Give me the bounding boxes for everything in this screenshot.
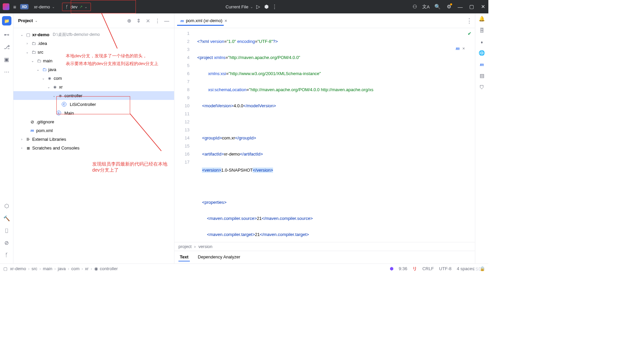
debug-icon[interactable]: ⬢ <box>264 4 269 9</box>
commit-tool-icon[interactable]: ⊷ <box>4 32 9 38</box>
translate-icon[interactable]: 文A <box>423 4 429 9</box>
tree-label: Scratches and Consoles <box>32 145 79 150</box>
editor-footer: project›version Text Dependency Analyzer <box>174 242 475 263</box>
close-icon[interactable]: × <box>462 46 465 51</box>
pull-requests-icon[interactable]: ⎇ <box>4 44 10 50</box>
subtab-text[interactable]: Text <box>178 253 190 261</box>
notifications-icon[interactable]: 🔔 <box>479 16 485 21</box>
tree-item[interactable]: ›🗀.idea <box>13 39 174 48</box>
tree-item[interactable]: ⌄🗀main <box>13 56 174 65</box>
chevron-down-icon: ⌄ <box>52 5 55 9</box>
branch-icon: ᚶ <box>66 4 68 9</box>
tree-item[interactable]: ⌄🗀src <box>13 48 174 56</box>
tree-item[interactable]: ›⊪External Libraries <box>13 135 174 143</box>
options-icon[interactable]: ⋮ <box>155 18 160 23</box>
status-time: 9:36 <box>399 266 407 271</box>
vcs-icon[interactable]: ᚶ <box>5 252 8 258</box>
project-selector[interactable]: xr-demo ⌄ <box>31 3 57 11</box>
build-icon[interactable]: 🔨 <box>3 215 10 222</box>
more-icon[interactable]: ⋮ <box>272 4 277 9</box>
intellij-logo-icon <box>3 3 9 10</box>
tree-item[interactable]: ›≣Scratches and Consoles <box>13 143 174 152</box>
tree-item[interactable]: ⌄◉xr <box>13 82 174 91</box>
minimize-icon[interactable]: — <box>458 4 463 9</box>
search-icon[interactable]: 🔍 <box>435 4 440 9</box>
code-content[interactable]: <?xml version="1.0" encoding="UTF-8"?> <… <box>195 28 475 242</box>
maven-icon: m <box>456 46 460 51</box>
tree-item-controller[interactable]: ⌄◉controller <box>13 91 174 100</box>
main-menu-icon[interactable]: ≡ <box>12 4 17 9</box>
expand-all-icon[interactable]: ⇕ <box>136 18 141 23</box>
chevron-down-icon: ⌄ <box>85 5 87 9</box>
maven-tool-icon[interactable]: m <box>479 62 485 67</box>
tree-label: pom.xml <box>36 128 53 133</box>
tree-root[interactable]: ⌄▢xr-demoD:\桌面\zfb-demo\xr-demo <box>13 30 174 39</box>
code-with-me-icon[interactable]: ⚇ <box>412 4 417 9</box>
tree-item[interactable]: ⊘.gitignore <box>13 117 174 126</box>
status-eol[interactable]: CRLF <box>422 266 434 271</box>
main-area: 📁 ⊷ ⎇ ▣ ⋯ ⬡ 🔨 ⌷ ⊘ ᚶ Project ⌄ ⊕ ⇕ ⤫ ⋮ — … <box>0 13 488 263</box>
database-icon[interactable]: 🗄 <box>479 27 485 33</box>
ai-icon[interactable]: ▤ <box>479 73 485 78</box>
close-tab-icon[interactable]: × <box>224 18 227 23</box>
hide-icon[interactable]: — <box>164 18 169 23</box>
settings-icon[interactable]: ⚙ <box>446 4 451 9</box>
run-icon[interactable]: ▷ <box>256 4 261 9</box>
tree-item[interactable]: ⌄🗀java <box>13 65 174 74</box>
project-tree-panel: Project ⌄ ⊕ ⇕ ⤫ ⋮ — ⌄▢xr-demoD:\桌面\zfb-d… <box>13 13 174 263</box>
tree-label: src <box>38 50 43 55</box>
gradle-icon[interactable]: ⬧ <box>479 39 485 44</box>
select-opened-icon[interactable]: ⊕ <box>126 18 132 23</box>
editor-tabs: m pom.xml (xr-demo) × ⋮ <box>174 13 475 28</box>
right-tool-rail: 🔔 🗄 ⬧ 🌐 m ▤ ⛉ <box>475 13 488 263</box>
more-tool-icon[interactable]: ⋯ <box>4 69 9 75</box>
tree-label: xr-demo <box>32 32 49 37</box>
tab-options-icon[interactable]: ⋮ <box>466 17 472 24</box>
git-branch-selector[interactable]: ᚶ dev ↗ ⌄ <box>62 3 91 11</box>
tree-path: D:\桌面\zfb-demo\xr-demo <box>53 32 100 38</box>
maven-widget[interactable]: m × <box>456 46 465 51</box>
close-icon[interactable]: ✕ <box>480 4 486 9</box>
tree-item[interactable]: ⌄◉com <box>13 74 174 82</box>
tree-item-lisi[interactable]: CLiSiController <box>13 100 174 109</box>
shield-icon[interactable]: ⛉ <box>479 84 485 90</box>
status-icon[interactable]: リ <box>413 266 417 272</box>
copilot-icon[interactable]: ⬢ <box>390 266 393 271</box>
subtab-dependency[interactable]: Dependency Analyzer <box>197 253 241 261</box>
tree-item[interactable]: mpom.xml <box>13 126 174 135</box>
status-encoding[interactable]: UTF-8 <box>439 266 451 271</box>
structure-tool-icon[interactable]: ▣ <box>4 56 9 63</box>
watermark: CSDN <box>472 267 485 272</box>
panel-title: Project <box>18 18 33 23</box>
maximize-icon[interactable]: ▢ <box>469 4 474 9</box>
navigation-breadcrumb[interactable]: xr-demo› src› main› java› com› xr› ◉ con… <box>10 266 118 271</box>
run-config-selector[interactable]: Current File ⌄ <box>226 4 253 9</box>
tree-label: LiSiController <box>70 102 96 107</box>
branch-name: dev <box>70 4 77 9</box>
chevron-down-icon[interactable]: ⌄ <box>35 19 38 22</box>
editor-area: m pom.xml (xr-demo) × ⋮ 1234567891011121… <box>174 13 475 263</box>
run-config-label: Current File <box>226 4 249 9</box>
project-badge: XD <box>20 4 29 9</box>
collapse-all-icon[interactable]: ⤫ <box>145 18 151 23</box>
terminal-icon[interactable]: ⌷ <box>5 228 8 234</box>
project-tree: ⌄▢xr-demoD:\桌面\zfb-demo\xr-demo ›🗀.idea … <box>13 28 174 263</box>
tree-item[interactable]: CMain <box>13 109 174 117</box>
push-arrow-icon: ↗ <box>79 5 83 9</box>
tree-label: External Libraries <box>32 137 66 142</box>
xml-breadcrumb[interactable]: project›version <box>174 242 475 251</box>
tree-label: main <box>43 58 52 63</box>
left-tool-rail: 📁 ⊷ ⎇ ▣ ⋯ ⬡ 🔨 ⌷ ⊘ ᚶ <box>0 13 13 263</box>
tree-label: xr <box>59 84 63 89</box>
editor-body[interactable]: 1234567891011121314151617 <?xml version=… <box>174 28 475 242</box>
project-name: xr-demo <box>34 4 50 9</box>
web-icon[interactable]: 🌐 <box>479 50 485 56</box>
status-indent[interactable]: 4 spaces <box>457 266 474 271</box>
problems-icon[interactable]: ⊘ <box>4 240 9 246</box>
project-tool-icon[interactable]: 📁 <box>2 16 11 25</box>
title-bar: ≡ XD xr-demo ⌄ ᚶ dev ↗ ⌄ Current File ⌄ … <box>0 0 488 13</box>
editor-tab[interactable]: m pom.xml (xr-demo) × <box>177 16 230 25</box>
services-icon[interactable]: ⬡ <box>4 203 9 209</box>
line-gutter: 1234567891011121314151617 <box>174 28 195 242</box>
inspection-ok-icon[interactable]: ✔ <box>468 31 472 36</box>
